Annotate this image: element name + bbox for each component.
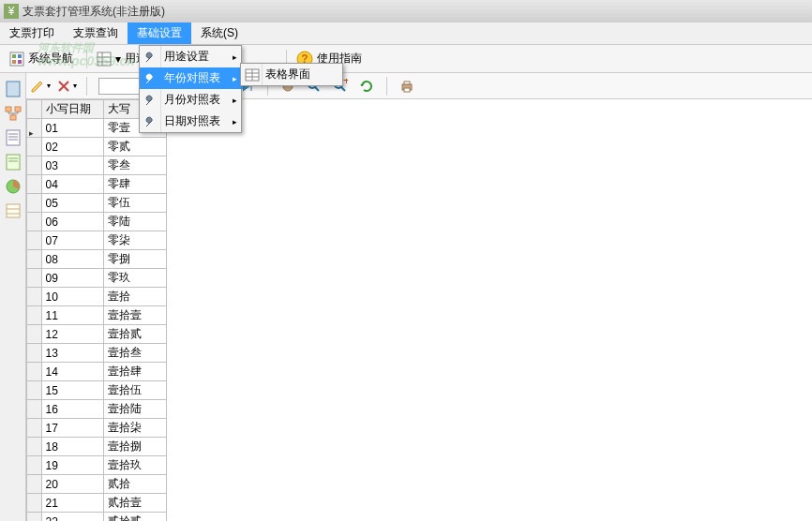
- data-grid[interactable]: 小写日期 大写 01零壹02零贰03零叁04零肆05零伍06零陆07零柒08零捌…: [26, 99, 167, 521]
- cell-upper[interactable]: 贰拾壹: [104, 494, 167, 513]
- tree-icon[interactable]: [4, 104, 23, 123]
- cell-upper[interactable]: 壹拾玖: [104, 456, 167, 475]
- table-row[interactable]: 07零柒: [27, 231, 167, 250]
- cell-date[interactable]: 14: [41, 363, 104, 381]
- row-indicator: [27, 175, 42, 194]
- svg-text:¥: ¥: [8, 5, 15, 18]
- dd-month-table[interactable]: 月份对照表▸: [140, 89, 243, 111]
- pencil-icon: [30, 79, 45, 94]
- cell-upper[interactable]: 零贰: [104, 138, 167, 156]
- cell-date[interactable]: 21: [41, 494, 104, 513]
- table-row[interactable]: 03零叁: [27, 156, 167, 175]
- row-indicator: [27, 456, 42, 475]
- cell-upper[interactable]: 零捌: [104, 250, 167, 269]
- row-header: [27, 100, 42, 119]
- cell-date[interactable]: 04: [41, 175, 104, 194]
- cell-date[interactable]: 15: [41, 381, 104, 400]
- cell-upper[interactable]: 零玖: [104, 269, 167, 288]
- chart-icon[interactable]: [4, 177, 23, 196]
- cell-upper[interactable]: 零陆: [104, 213, 167, 231]
- table-row[interactable]: 05零伍: [27, 194, 167, 213]
- table-row[interactable]: 12壹拾贰: [27, 325, 167, 344]
- cell-date[interactable]: 08: [41, 250, 104, 269]
- table-row[interactable]: 15壹拾伍: [27, 381, 167, 400]
- note-icon[interactable]: [4, 153, 23, 171]
- table-row[interactable]: 11壹拾壹: [27, 306, 167, 325]
- cell-upper[interactable]: 壹拾捌: [104, 438, 167, 456]
- row-indicator: [27, 138, 42, 156]
- cell-upper[interactable]: 壹拾壹: [104, 306, 167, 325]
- cell-date[interactable]: 11: [41, 306, 104, 325]
- cell-upper[interactable]: 壹拾肆: [104, 363, 167, 381]
- sidebar: [0, 73, 26, 521]
- table-row[interactable]: 13壹拾叁: [27, 344, 167, 363]
- dd-year-table[interactable]: 年份对照表▸: [140, 67, 243, 89]
- cell-upper[interactable]: 壹拾陆: [104, 400, 167, 419]
- dd-table-view[interactable]: 表格界面: [241, 64, 344, 85]
- svg-line-34: [315, 87, 319, 91]
- table-row[interactable]: 02零贰: [27, 138, 167, 156]
- page-icon[interactable]: [4, 128, 23, 147]
- svg-rect-40: [404, 88, 410, 92]
- cell-upper[interactable]: 壹拾贰: [104, 325, 167, 344]
- cell-date[interactable]: 01: [41, 119, 104, 138]
- table-row[interactable]: 14壹拾肆: [27, 363, 167, 381]
- cell-date[interactable]: 22: [41, 513, 104, 522]
- table-row[interactable]: 10壹拾: [27, 288, 167, 306]
- cell-upper[interactable]: 零柒: [104, 231, 167, 250]
- cell-date[interactable]: 03: [41, 156, 104, 175]
- menu-settings[interactable]: 基础设置: [128, 22, 191, 44]
- table-row[interactable]: 18壹拾捌: [27, 438, 167, 456]
- menu-query[interactable]: 支票查询: [64, 22, 128, 44]
- menu-print[interactable]: 支票打印: [0, 22, 64, 44]
- print-button[interactable]: [397, 76, 417, 97]
- col-header-date[interactable]: 小写日期: [41, 100, 104, 119]
- cell-date[interactable]: 09: [41, 269, 104, 288]
- cell-date[interactable]: 06: [41, 213, 104, 231]
- table-row[interactable]: 16壹拾陆: [27, 400, 167, 419]
- table-row[interactable]: 22贰拾贰: [27, 513, 167, 522]
- table-row[interactable]: 20贰拾: [27, 475, 167, 494]
- cell-date[interactable]: 13: [41, 344, 104, 363]
- cell-upper[interactable]: 壹拾伍: [104, 381, 167, 400]
- doc-icon[interactable]: [4, 80, 23, 98]
- table-row[interactable]: 17壹拾柒: [27, 419, 167, 438]
- edit-button[interactable]: ▾: [30, 76, 51, 97]
- cell-date[interactable]: 02: [41, 138, 104, 156]
- table-row[interactable]: 21贰拾壹: [27, 494, 167, 513]
- cell-upper[interactable]: 零叁: [104, 156, 167, 175]
- nav-button[interactable]: 系统导航: [4, 49, 79, 68]
- dd-usage-settings[interactable]: 用途设置▸: [140, 46, 243, 67]
- table-row[interactable]: 04零肆: [27, 175, 167, 194]
- row-indicator: [27, 438, 42, 456]
- cell-upper[interactable]: 贰拾: [104, 475, 167, 494]
- cell-upper[interactable]: 零肆: [104, 175, 167, 194]
- cell-date[interactable]: 19: [41, 456, 104, 475]
- sheet-icon[interactable]: [4, 201, 23, 220]
- cell-date[interactable]: 16: [41, 400, 104, 419]
- cell-date[interactable]: 17: [41, 419, 104, 438]
- table-row[interactable]: 09零玖: [27, 269, 167, 288]
- dd-date-table[interactable]: 日期对照表▸: [140, 111, 243, 132]
- table-row[interactable]: 08零捌: [27, 250, 167, 269]
- cell-upper[interactable]: 贰拾贰: [104, 513, 167, 522]
- cell-upper[interactable]: 壹拾: [104, 288, 167, 306]
- row-indicator: [27, 288, 42, 306]
- table-row[interactable]: 06零陆: [27, 213, 167, 231]
- cell-upper[interactable]: 零伍: [104, 194, 167, 213]
- wrench-icon: [143, 50, 158, 65]
- cell-date[interactable]: 18: [41, 438, 104, 456]
- svg-rect-7: [98, 52, 111, 66]
- cell-date[interactable]: 20: [41, 475, 104, 494]
- table-row[interactable]: 19壹拾玖: [27, 456, 167, 475]
- cell-date[interactable]: 10: [41, 288, 104, 306]
- cell-upper[interactable]: 壹拾叁: [104, 344, 167, 363]
- delete-button[interactable]: ▾: [56, 76, 77, 97]
- cell-date[interactable]: 05: [41, 194, 104, 213]
- refresh-button[interactable]: [356, 76, 377, 97]
- menu-system[interactable]: 系统(S): [191, 22, 248, 44]
- cell-upper[interactable]: 壹拾柒: [104, 419, 167, 438]
- cell-date[interactable]: 12: [41, 325, 104, 344]
- wrench-icon: [143, 93, 158, 108]
- cell-date[interactable]: 07: [41, 231, 104, 250]
